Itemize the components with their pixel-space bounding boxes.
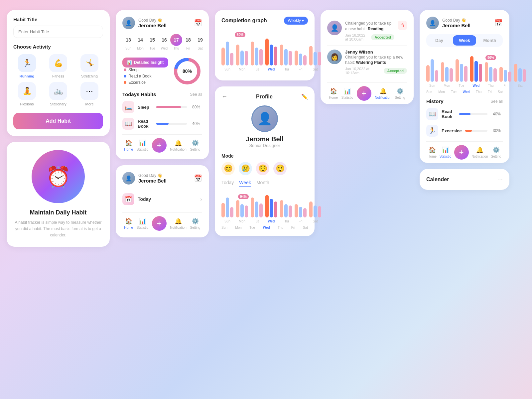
bar-day-label: Thu [488,84,493,87]
nav-item-home[interactable]: 🏠Home [428,146,437,158]
nav-label: Statistic [137,226,148,229]
tab-week[interactable]: Week [453,35,476,46]
nav-item-notification[interactable]: 🔔Notification [471,146,488,158]
bar-orange [265,195,269,217]
date-item[interactable]: 18 Fri [182,34,194,50]
history-title: History [426,98,444,104]
profile-card: ← Profile ✏️ 👤 Jerome Bell Senior Design… [215,86,315,236]
stats-calendar-icon[interactable]: 📅 [494,19,503,27]
nav-label: Statistic [137,148,148,151]
maintain-circle-icon: ⏰ [32,150,85,203]
mood-emoji-0[interactable]: 😊 [221,162,235,175]
bar-pair [265,32,277,66]
activity-item-stationary[interactable]: 🚲 Stationary [45,82,72,106]
date-item[interactable]: 15 Tue [146,34,158,50]
nav-item-notification[interactable]: 🔔Notification [170,139,186,151]
weekly-button[interactable]: Weekly ▾ [284,17,308,25]
legend-dot [124,75,126,77]
bar-group: Sun [221,32,233,71]
nav-item-setting[interactable]: ⚙️Setting [491,146,501,158]
stats-avatar: 👤 [426,17,439,29]
date-number: 18 [182,34,194,46]
profile-edit-icon[interactable]: ✏️ [301,93,308,100]
bar-group: Thu [280,184,292,223]
notif-time: Jan 18,2022 at 10:00am [345,33,368,41]
bar-orange [499,67,503,82]
date-item[interactable]: 17 Thu [170,34,182,50]
nav-item-statistic[interactable]: 📊Statistic [440,146,451,158]
add-habit-button[interactable]: Add Habit [13,113,103,129]
activity-icon: 🤸 [80,54,98,72]
activity-item-stretching[interactable]: 🤸 Stretching [76,54,103,78]
history-habit-name: Read Book [442,109,456,119]
bar-pink [318,52,321,66]
bar-pink [450,68,453,82]
activity-item-running[interactable]: 🏃 Running [13,54,41,78]
bar-orange [470,56,473,82]
bar-pair [295,184,307,217]
activity-item-fitness[interactable]: 💪 Fitness [45,54,72,78]
bar-orange [426,65,430,82]
delete-notification-button[interactable]: 🗑 [398,21,407,30]
calender-dots-icon[interactable]: ··· [497,176,503,183]
nav-label: Notification [170,148,186,151]
add-habit-nav-button[interactable]: + [152,138,167,153]
bar-orange [265,39,269,66]
bar-pair [456,49,467,82]
bar-pink [523,69,526,82]
calendar-icon[interactable]: 📅 [194,19,202,27]
nav-label: Home [124,148,133,151]
date-item[interactable]: 13 Sun [122,34,134,50]
nav-item-setting[interactable]: ⚙️Setting [190,139,200,151]
profile-back-icon[interactable]: ← [221,93,227,100]
activity-item-flexions[interactable]: 🧘 Flexions [13,82,41,106]
bar-day-label: Tue [459,84,465,87]
donut-pct: 80% [183,68,192,74]
date-item[interactable]: 16 Wed [158,34,170,50]
nav-item-setting[interactable]: ⚙️Setting [395,87,405,99]
bar-orange [236,45,239,66]
second-calendar-icon[interactable]: 📅 [194,174,202,182]
mood-emoji-2[interactable]: 😌 [256,162,269,175]
bar-group: Tue [251,184,263,223]
nav-item-statistic[interactable]: 📊Statistic [137,139,148,151]
bar-group: Thu [280,32,292,71]
bar-pair [499,49,511,82]
activity-label: Stretching [81,74,98,78]
date-number: 14 [134,34,146,46]
activity-icon: 🏃 [18,54,36,72]
date-item[interactable]: 14 Mon [134,34,146,50]
nav-item-notification[interactable]: 🔔Notification [375,87,391,99]
add-habit-nav-button[interactable]: + [357,86,371,101]
history-habit-name: Excersice [442,128,462,133]
nav-item-notification[interactable]: 🔔Notification [170,217,186,229]
nav-item-home[interactable]: 🏠Home [124,217,133,229]
activity-grid: 🏃 Running 💪 Fitness 🤸 Stretching 🧘 Flexi… [13,54,103,106]
see-all-link[interactable]: See all [190,92,202,97]
habit-row: 🛏️ Sleep 80% [122,101,202,113]
date-item[interactable]: 19 Sat [194,34,206,50]
activity-item-more[interactable]: ⋯ More [76,82,103,106]
tab-day[interactable]: Day [428,35,451,46]
profile-name: Jerome Bell [246,135,283,143]
bar-group: Sat [514,49,526,87]
nav-item-statistic[interactable]: 📊Statistic [341,87,353,99]
history-see-all[interactable]: See all [490,99,503,104]
insight-badge[interactable]: 📊 Detailed Insight [122,58,168,67]
nav-item-setting[interactable]: ⚙️Setting [190,217,200,229]
nav-item-statistic[interactable]: 📊Statistic [137,217,148,229]
add-habit-nav-button[interactable]: + [454,145,469,160]
habit-title-input[interactable] [13,26,103,38]
bar-group: Fri [499,49,511,87]
tab-month[interactable]: Month [478,35,501,46]
mood-emoji-1[interactable]: 😢 [239,162,252,175]
notifications-list: 👤 Challenged you to take up a new habit:… [327,17,407,79]
add-habit-nav-button[interactable]: + [152,216,167,231]
bar-orange [485,62,488,82]
greeting-block: Good Day 👋 Jerome Bell [138,18,194,28]
nav-item-home[interactable]: 🏠Home [329,87,338,99]
bar-pink [230,53,233,66]
nav-item-home[interactable]: 🏠Home [124,139,133,151]
today-row[interactable]: 📅 Today › [122,189,202,209]
mood-emoji-3[interactable]: 😲 [273,162,287,175]
